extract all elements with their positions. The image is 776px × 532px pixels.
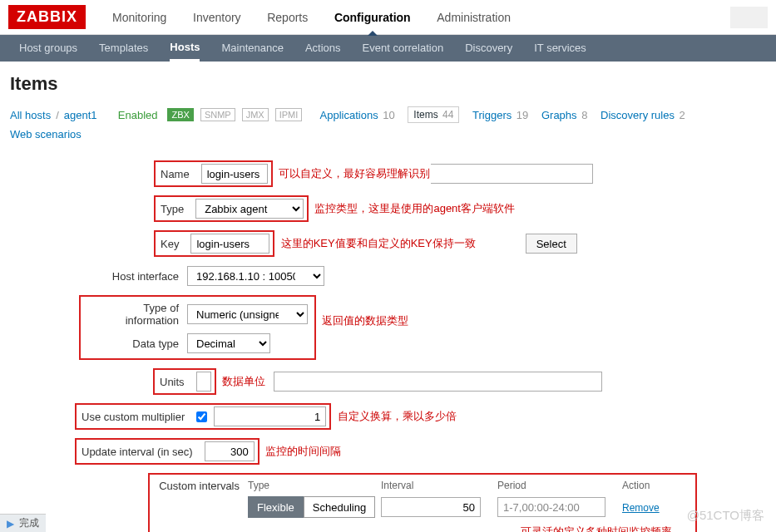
label-name: Name xyxy=(159,168,195,180)
col-interval: Interval xyxy=(381,480,497,491)
nav-monitoring[interactable]: Monitoring xyxy=(112,0,166,35)
anno-key: 这里的KEY值要和自定义的KEY保持一致 xyxy=(281,236,476,251)
label-type: Type xyxy=(159,203,189,215)
nav-administration[interactable]: Administration xyxy=(437,0,511,35)
separator: / xyxy=(56,109,59,121)
subnav-hostgroups[interactable]: Host groups xyxy=(19,35,77,62)
subnav-hosts[interactable]: Hosts xyxy=(170,35,200,62)
anno-name: 可以自定义，最好容易理解识别 xyxy=(279,166,430,181)
brand-logo: ZABBIX xyxy=(8,5,86,29)
watermark: @51CTO博客 xyxy=(687,508,764,524)
badge-ipmi: IPMI xyxy=(275,108,303,121)
input-multiplier[interactable] xyxy=(214,406,326,426)
col-period: Period xyxy=(497,480,622,491)
anno-multiplier: 自定义换算，乘以多少倍 xyxy=(338,409,457,424)
label-hostif: Host interface xyxy=(17,270,187,283)
col-type: Type xyxy=(248,480,381,491)
select-type[interactable]: Zabbix agent xyxy=(195,199,304,219)
input-units-ext[interactable] xyxy=(274,372,602,392)
top-nav: Monitoring Inventory Reports Configurati… xyxy=(101,0,522,35)
label-customintervals: Custom intervals xyxy=(156,480,248,532)
custom-intervals-box: Custom intervals Type Interval Period Ac… xyxy=(148,473,697,532)
subnav-maintenance[interactable]: Maintenance xyxy=(221,35,283,62)
badge-jmx: JMX xyxy=(242,108,269,121)
btn-scheduling[interactable]: Scheduling xyxy=(304,496,375,518)
badge-snmp: SNMP xyxy=(200,108,235,121)
anno-type: 监控类型，这里是使用的agent客户端软件 xyxy=(314,201,515,216)
link-discoveryrules[interactable]: Discovery rules 2 xyxy=(601,109,685,121)
anno-customintervals: 可灵活的定义多种时间监控频率 xyxy=(521,525,672,532)
label-updateinterval: Update interval (in sec) xyxy=(80,446,198,458)
input-units[interactable] xyxy=(196,372,211,392)
label-toi: Type of information xyxy=(87,302,187,327)
select-toi[interactable]: Numeric (unsigned) xyxy=(187,304,308,324)
input-ci-interval[interactable] xyxy=(381,497,481,517)
link-triggers[interactable]: Triggers 19 xyxy=(472,109,528,121)
link-graphs[interactable]: Graphs 8 xyxy=(541,109,588,121)
subnav-templates[interactable]: Templates xyxy=(99,35,148,62)
sub-nav: Host groups Templates Hosts Maintenance … xyxy=(0,35,776,62)
input-name-ext[interactable] xyxy=(431,164,593,184)
input-name[interactable] xyxy=(201,164,268,184)
page-title: Items xyxy=(0,62,776,103)
search-box[interactable] xyxy=(730,7,768,28)
subnav-itservices[interactable]: IT services xyxy=(534,35,586,62)
btn-flexible[interactable]: Flexible xyxy=(248,496,304,518)
select-datatype[interactable]: Decimal xyxy=(187,333,270,353)
input-updateinterval[interactable] xyxy=(205,441,255,461)
anno-units: 数据单位 xyxy=(222,374,265,389)
host-bar: All hosts / agent1 Enabled ZBXSNMPJMXIPM… xyxy=(0,103,776,149)
play-icon: ▶ xyxy=(7,518,14,530)
label-multiplier: Use custom multiplier xyxy=(80,411,190,423)
link-applications[interactable]: Applications 10 xyxy=(320,109,395,121)
link-host[interactable]: agent1 xyxy=(64,109,97,121)
link-remove[interactable]: Remove xyxy=(622,502,660,514)
badge-zbx: ZBX xyxy=(167,108,193,121)
anno-toi: 返回值的数据类型 xyxy=(322,313,408,328)
nav-reports[interactable]: Reports xyxy=(267,0,308,35)
link-webscenarios[interactable]: Web scenarios xyxy=(10,128,82,140)
col-action: Action xyxy=(622,480,689,491)
subnav-eventcorr[interactable]: Event correlation xyxy=(363,35,444,62)
tab-items-active[interactable]: Items 44 xyxy=(408,106,459,123)
select-key-button[interactable]: Select xyxy=(526,234,577,254)
nav-configuration[interactable]: Configuration xyxy=(334,0,411,35)
subnav-discovery[interactable]: Discovery xyxy=(465,35,512,62)
subnav-actions[interactable]: Actions xyxy=(305,35,341,62)
label-key: Key xyxy=(159,238,184,250)
status-bar: ▶ 完成 xyxy=(0,514,46,532)
status-enabled: Enabled xyxy=(118,109,158,121)
label-datatype: Data type xyxy=(87,337,187,350)
link-allhosts[interactable]: All hosts xyxy=(10,109,51,121)
anno-updateinterval: 监控的时间间隔 xyxy=(265,444,341,459)
nav-inventory[interactable]: Inventory xyxy=(193,0,241,35)
input-ci-period[interactable] xyxy=(497,497,605,517)
select-hostif[interactable]: 192.168.1.10 : 10050 xyxy=(187,266,324,286)
item-form: Name 可以自定义，最好容易理解识别 Type Zabbix agent 监控… xyxy=(0,149,776,532)
label-units: Units xyxy=(158,376,190,388)
input-key[interactable] xyxy=(190,234,269,254)
checkbox-multiplier[interactable] xyxy=(196,411,207,422)
